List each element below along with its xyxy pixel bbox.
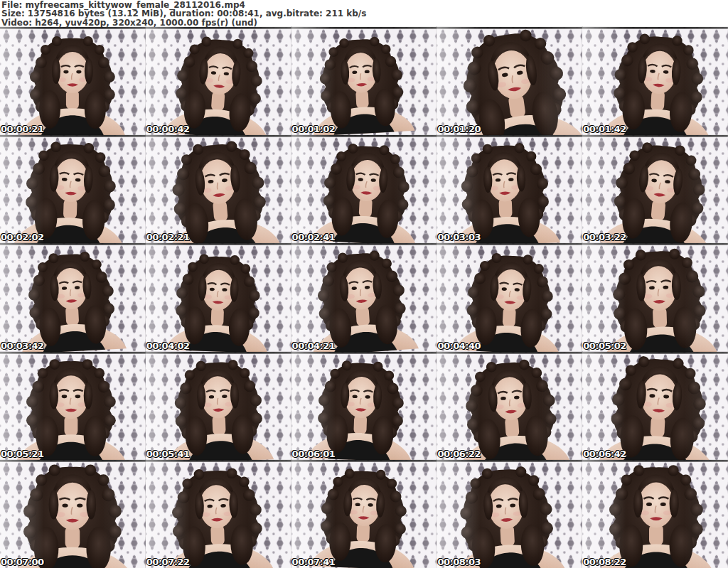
thumbnail: 00:03:42 (0, 243, 146, 351)
light-fade-overlay (291, 352, 437, 460)
light-fade-overlay (437, 27, 582, 135)
webcam-frame (291, 27, 437, 135)
webcam-frame (291, 460, 437, 568)
thumbnail: 00:05:02 (582, 243, 728, 351)
timestamp-overlay: 00:03:03 (437, 232, 481, 242)
light-fade-overlay (146, 460, 291, 568)
webcam-frame (291, 135, 437, 243)
thumbnail: 00:03:03 (437, 135, 582, 243)
thumbnail: 00:01:20 (437, 27, 582, 135)
timestamp-overlay: 00:00:21 (1, 124, 44, 134)
webcam-frame (291, 243, 437, 351)
timestamp-overlay: 00:03:42 (1, 341, 44, 351)
webcam-frame (0, 135, 146, 243)
webcam-frame (582, 135, 728, 243)
thumbnail: 00:01:42 (582, 27, 728, 135)
light-fade-overlay (437, 460, 582, 568)
light-fade-overlay (146, 243, 291, 351)
timestamp-overlay: 00:01:42 (583, 124, 626, 134)
light-fade-overlay (291, 27, 437, 135)
timestamp-overlay: 00:05:21 (1, 449, 44, 459)
timestamp-overlay: 00:02:41 (292, 232, 336, 242)
timestamp-overlay: 00:07:22 (146, 557, 190, 567)
webcam-frame (582, 27, 728, 135)
webcam-frame (146, 27, 291, 135)
timestamp-overlay: 00:07:41 (292, 557, 336, 567)
light-fade-overlay (582, 135, 728, 243)
timestamp-overlay: 00:04:02 (146, 341, 190, 351)
thumbnail: 00:05:21 (0, 352, 146, 460)
webcam-frame (146, 243, 291, 351)
light-fade-overlay (291, 243, 437, 351)
webcam-frame (437, 135, 582, 243)
light-fade-overlay (0, 135, 146, 243)
thumbnail: 00:02:21 (146, 135, 291, 243)
light-fade-overlay (437, 135, 582, 243)
webcam-frame (437, 352, 582, 460)
thumbnail: 00:04:40 (437, 243, 582, 351)
light-fade-overlay (582, 460, 728, 568)
file-info-header: File: myfreecams_kittywow_female_2811201… (0, 0, 728, 27)
webcam-frame (582, 352, 728, 460)
timestamp-overlay: 00:06:42 (583, 449, 626, 459)
timestamp-overlay: 00:01:20 (437, 124, 481, 134)
thumbnail: 00:07:41 (291, 460, 437, 568)
timestamp-overlay: 00:00:42 (146, 124, 190, 134)
webcam-frame (146, 460, 291, 568)
webcam-frame (291, 352, 437, 460)
light-fade-overlay (146, 352, 291, 460)
webcam-frame (0, 352, 146, 460)
timestamp-overlay: 00:08:03 (437, 557, 481, 567)
webcam-frame (582, 243, 728, 351)
thumbnail: 00:07:00 (0, 460, 146, 568)
light-fade-overlay (291, 460, 437, 568)
light-fade-overlay (146, 135, 291, 243)
thumbnail: 00:01:02 (291, 27, 437, 135)
thumbnail: 00:02:41 (291, 135, 437, 243)
webcam-frame (437, 460, 582, 568)
light-fade-overlay (437, 352, 582, 460)
thumbnail: 00:08:03 (437, 460, 582, 568)
thumbnail: 00:03:22 (582, 135, 728, 243)
light-fade-overlay (582, 243, 728, 351)
light-fade-overlay (582, 352, 728, 460)
webcam-frame (582, 460, 728, 568)
timestamp-overlay: 00:08:22 (583, 557, 626, 567)
light-fade-overlay (0, 243, 146, 351)
timestamp-overlay: 00:03:22 (583, 232, 626, 242)
timestamp-overlay: 00:01:02 (292, 124, 336, 134)
timestamp-overlay: 00:02:21 (146, 232, 190, 242)
thumbnail-grid: 00:00:21 (0, 27, 728, 568)
timestamp-overlay: 00:02:02 (1, 232, 44, 242)
thumbnail: 00:08:22 (582, 460, 728, 568)
thumbnail: 00:05:41 (146, 352, 291, 460)
header-line-video: Video: h264, yuv420p, 320x240, 1000.00 f… (1, 18, 728, 27)
timestamp-overlay: 00:05:02 (583, 341, 626, 351)
timestamp-overlay: 00:05:41 (146, 449, 190, 459)
light-fade-overlay (437, 243, 582, 351)
header-line-size: Size: 13754816 bytes (13.12 MiB), durati… (1, 9, 728, 18)
webcam-frame (146, 135, 291, 243)
thumbnail: 00:06:01 (291, 352, 437, 460)
thumbnail: 00:04:21 (291, 243, 437, 351)
timestamp-overlay: 00:04:40 (437, 341, 481, 351)
webcam-frame (437, 243, 582, 351)
webcam-frame (0, 460, 146, 568)
light-fade-overlay (146, 27, 291, 135)
thumbnail: 00:04:02 (146, 243, 291, 351)
thumbnail: 00:02:02 (0, 135, 146, 243)
webcam-frame (437, 27, 582, 135)
light-fade-overlay (582, 27, 728, 135)
thumbnail: 00:00:21 (0, 27, 146, 135)
webcam-frame (146, 352, 291, 460)
light-fade-overlay (0, 27, 146, 135)
thumbnail: 00:06:42 (582, 352, 728, 460)
webcam-frame (0, 27, 146, 135)
light-fade-overlay (0, 352, 146, 460)
webcam-frame (0, 243, 146, 351)
light-fade-overlay (0, 460, 146, 568)
timestamp-overlay: 00:04:21 (292, 341, 336, 351)
thumbnail: 00:07:22 (146, 460, 291, 568)
timestamp-overlay: 00:07:00 (1, 557, 44, 567)
timestamp-overlay: 00:06:01 (292, 449, 336, 459)
